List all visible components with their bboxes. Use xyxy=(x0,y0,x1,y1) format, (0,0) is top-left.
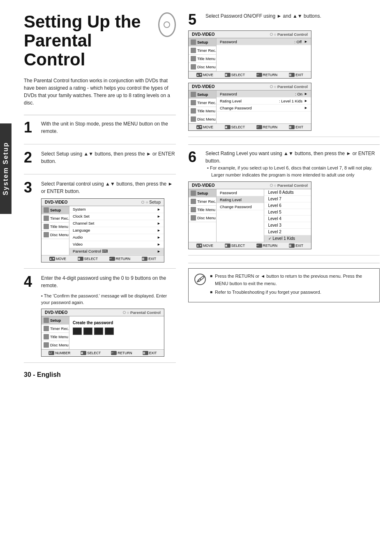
pwd-menu-brand: DVD-VIDEO xyxy=(45,310,68,315)
step-3-number: 3 xyxy=(24,180,35,195)
step-3: 3 Select Parental control using ▲▼ butto… xyxy=(24,180,176,269)
footer-select: ▣ SELECT xyxy=(78,257,98,261)
dvd-icon xyxy=(158,12,176,37)
step-5-section: 5 Select Password ON/OFF using ► and ▲▼ … xyxy=(188,12,380,137)
setup-menu: DVD-VIDEO ○ Setup Setu xyxy=(41,198,164,262)
step-1-number: 1 xyxy=(24,120,35,135)
menu-item-channelset: Channel Set► xyxy=(69,220,164,227)
footer-exit: ▦ EXIT xyxy=(142,257,156,261)
step-6-section: 6 Select Rating Level you want using ▲▼ … xyxy=(188,150,380,255)
menu-left-titlemenu: Title Menu xyxy=(42,223,69,231)
note-item-1: Press the RETURN or ◄ button to return t… xyxy=(210,273,374,287)
step-1: 1 With the unit in Stop mode, press the … xyxy=(24,120,176,144)
intro-text: The Parental Control function works in c… xyxy=(24,77,176,107)
password-on-menu: DVD-VIDEO ○ Parental Control Setup Timer… xyxy=(188,83,311,131)
discmenu-icon xyxy=(44,232,49,237)
side-tab-label: System Setup xyxy=(2,142,9,195)
step-4-text: Enter the 4-digit password using the 0 t… xyxy=(41,274,176,289)
step-2-number: 2 xyxy=(24,150,35,165)
menu-item-language: Language► xyxy=(69,227,164,234)
footer-select2: ▣ SELECT xyxy=(81,351,101,355)
pwd-menu-left-discmenu: Disc Menu xyxy=(42,341,69,349)
create-password-label: Create the password xyxy=(73,320,161,325)
step-5-number: 5 xyxy=(188,12,200,27)
menu-brand: DVD-VIDEO xyxy=(45,200,68,204)
menu-mode: ○ Setup xyxy=(141,200,161,204)
titlemenu-icon xyxy=(44,224,49,229)
pwd-menu-left-titlemenu: Title Menu xyxy=(42,333,69,341)
password-create-menu: DVD-VIDEO ○ Parental Control Setup xyxy=(41,309,164,357)
menu-left-discmenu: Disc Menu xyxy=(42,231,69,239)
pwd-menu-left-timerrec: Timer Rec. xyxy=(42,325,69,333)
timerrec-icon xyxy=(44,216,49,221)
setup-icon xyxy=(44,207,49,213)
menu-item-parentalcontrol: Parental Control ⌨► xyxy=(69,248,164,255)
step-1-text: With the unit in Stop mode, press the ME… xyxy=(41,120,176,135)
note-item-2: Refer to Troubleshooting if you forget y… xyxy=(210,289,374,296)
step-4-subtext: • The 'Confirm the password.' message wi… xyxy=(41,293,176,306)
menu-item-audio: Audio► xyxy=(69,234,164,241)
menu-item-clockset: Clock Set► xyxy=(69,213,164,220)
pwd-menu-mode: ○ Parental Control xyxy=(123,310,161,315)
step-5-text: Select Password ON/OFF using ► and ▲▼ bu… xyxy=(205,12,321,20)
step-2: 2 Select Setup using ▲▼ buttons, then pr… xyxy=(24,150,176,174)
step-4-number: 4 xyxy=(24,274,35,289)
note-icon: 🖊 xyxy=(194,274,206,285)
step-4: 4 Enter the 4-digit password using the 0… xyxy=(24,274,176,363)
step-3-text: Select Parental control using ▲▼ buttons… xyxy=(41,180,176,195)
footer-return: ↩ RETURN xyxy=(109,257,130,261)
page-number: 30 - English xyxy=(24,371,176,379)
footer-number: 12 NUMBER xyxy=(48,351,70,355)
step-2-text: Select Setup using ▲▼ buttons, then pres… xyxy=(41,150,176,165)
footer-move: ▲▼ MOVE xyxy=(49,257,66,261)
side-tab: System Setup xyxy=(0,123,12,214)
menu-left-timerrec: Timer Rec. xyxy=(42,214,69,223)
footer-return2: ↩ RETURN xyxy=(111,351,132,355)
note-box: 🖊 Press the RETURN or ◄ button to return… xyxy=(188,268,380,302)
step-6-text: Select Rating Level you want using ▲▼ bu… xyxy=(205,150,380,165)
pwd-menu-left-setup: Setup xyxy=(42,316,69,325)
note-content: Press the RETURN or ◄ button to return t… xyxy=(210,273,374,298)
step-6-number: 6 xyxy=(188,150,200,165)
menu-item-video: Video► xyxy=(69,241,164,248)
footer-exit2: ▦ EXIT xyxy=(143,351,157,355)
rating-menu: DVD-VIDEO ○ Parental Control Setup Timer… xyxy=(188,181,311,249)
step-6-bullet: For example, if you select up to Level 6… xyxy=(205,165,380,178)
password-input-boxes xyxy=(73,327,161,335)
menu-item-system: System► xyxy=(69,206,164,213)
menu-left-setup: Setup xyxy=(42,206,69,214)
page-title: Setting Up the Parental Control xyxy=(24,12,154,70)
password-off-menu: DVD-VIDEO ○ Parental Control Setup Timer… xyxy=(188,30,311,79)
